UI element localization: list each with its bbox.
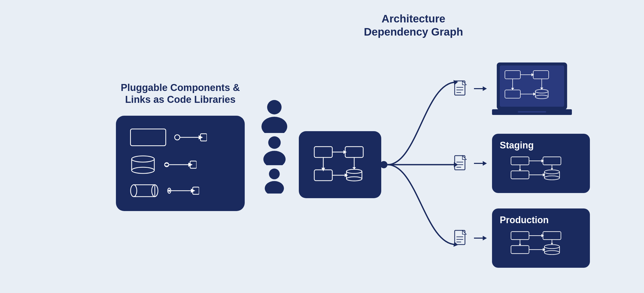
production-label: Production — [500, 215, 582, 225]
deploy-production-row: Production — [453, 208, 590, 268]
comp-cylinder — [130, 155, 156, 174]
arrow-to-laptop — [474, 85, 487, 93]
svg-point-86 — [544, 176, 560, 180]
arch-section: Architecture Dependency Graph — [299, 12, 528, 281]
svg-rect-102 — [511, 232, 529, 240]
production-diagram — [500, 230, 582, 262]
svg-point-25 — [269, 169, 280, 179]
svg-point-14 — [131, 185, 137, 197]
arrow-to-staging — [474, 160, 487, 167]
component-row-2 — [130, 155, 231, 174]
link-cylinder-to-rect — [163, 160, 197, 170]
svg-point-30 — [346, 169, 362, 173]
main-container: Pluggable Components & Links as Code Lib… — [0, 0, 644, 293]
doc-icon-production — [453, 229, 469, 247]
staging-diagram — [500, 155, 582, 187]
deploy-staging-row: Staging — [453, 134, 590, 193]
svg-marker-88 — [541, 159, 544, 162]
component-row-1 — [130, 129, 231, 146]
svg-point-83 — [544, 170, 560, 174]
svg-rect-55 — [500, 65, 564, 107]
left-title-line1: Pluggable Components & — [121, 82, 240, 93]
arch-title-line1: Architecture — [382, 13, 445, 25]
doc-icon-laptop — [453, 80, 469, 98]
svg-marker-74 — [462, 156, 466, 160]
svg-point-22 — [261, 117, 287, 133]
left-section: Pluggable Components & Links as Code Lib… — [116, 82, 245, 211]
svg-point-9 — [165, 163, 169, 166]
connection-area: Staging — [379, 49, 528, 281]
production-box: Production — [492, 208, 590, 268]
people-section — [260, 99, 289, 194]
svg-point-42 — [380, 161, 387, 168]
components-box — [116, 116, 245, 211]
arch-graph-svg — [307, 139, 374, 190]
svg-point-26 — [265, 181, 284, 194]
svg-rect-103 — [543, 232, 561, 240]
svg-rect-27 — [314, 147, 332, 157]
component-row-3 — [130, 183, 231, 198]
left-title: Pluggable Components & Links as Code Lib… — [121, 82, 240, 105]
deploy-laptop-row — [453, 62, 572, 116]
svg-rect-29 — [314, 170, 332, 181]
svg-marker-79 — [483, 161, 487, 166]
arch-graph-box — [299, 131, 381, 198]
arrow-to-production — [474, 234, 487, 242]
svg-point-7 — [132, 167, 154, 173]
svg-point-24 — [263, 151, 285, 165]
arch-title-line2: Dependency Graph — [364, 26, 463, 38]
svg-marker-110 — [541, 234, 544, 237]
svg-marker-48 — [462, 81, 466, 85]
svg-rect-72 — [518, 111, 546, 113]
laptop-target — [492, 62, 572, 116]
svg-marker-96 — [462, 230, 466, 234]
doc-icon-staging — [453, 154, 469, 172]
svg-rect-82 — [511, 171, 529, 179]
staging-label: Staging — [500, 140, 582, 151]
link-rect-to-rect — [173, 132, 207, 143]
svg-marker-53 — [483, 86, 487, 91]
comp-tube — [130, 183, 158, 198]
svg-rect-81 — [543, 157, 561, 165]
left-title-line2: Links as Code Libraries — [125, 94, 236, 105]
svg-marker-101 — [483, 236, 487, 240]
person-icon-1 — [260, 99, 289, 133]
person-icon-2 — [262, 136, 287, 165]
link-tube-to-rect — [166, 186, 199, 196]
comp-rectangle — [130, 129, 166, 146]
svg-point-4 — [132, 156, 154, 162]
staging-box: Staging — [492, 134, 590, 193]
svg-point-105 — [544, 245, 560, 249]
person-icon-3 — [264, 168, 285, 194]
svg-rect-28 — [345, 147, 363, 157]
svg-point-17 — [168, 190, 170, 192]
svg-rect-104 — [511, 246, 529, 254]
arch-title: Architecture Dependency Graph — [299, 12, 528, 38]
svg-point-108 — [544, 250, 560, 255]
arch-deploy-row: Staging — [299, 49, 528, 281]
svg-point-33 — [346, 177, 362, 181]
svg-point-21 — [267, 100, 282, 114]
svg-rect-80 — [511, 157, 529, 165]
svg-point-0 — [175, 135, 180, 140]
svg-point-23 — [268, 136, 281, 149]
